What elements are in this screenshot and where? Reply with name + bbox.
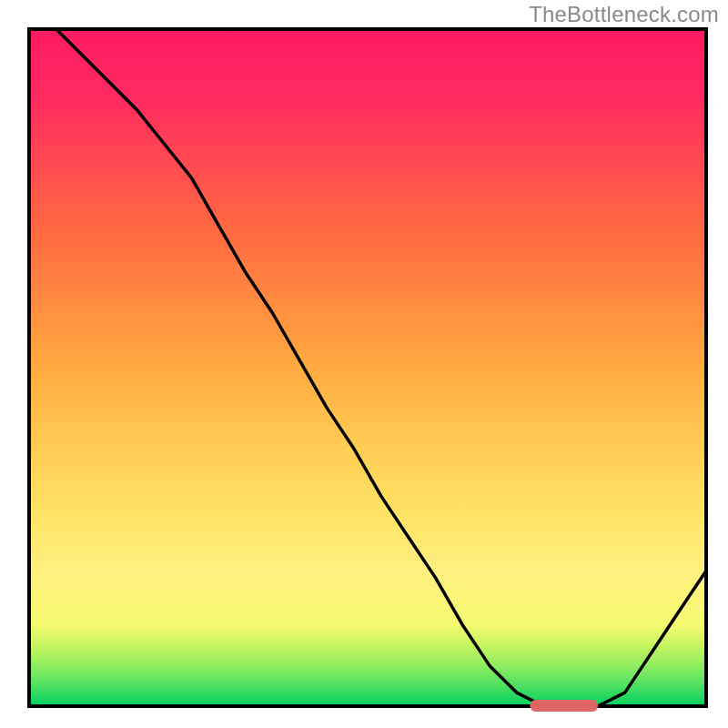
optimal-marker	[531, 700, 598, 712]
watermark-text: TheBottleneck.com	[529, 2, 719, 27]
chart-svg	[0, 0, 728, 728]
bottleneck-chart: TheBottleneck.com	[0, 0, 728, 728]
plot-background	[29, 29, 706, 706]
